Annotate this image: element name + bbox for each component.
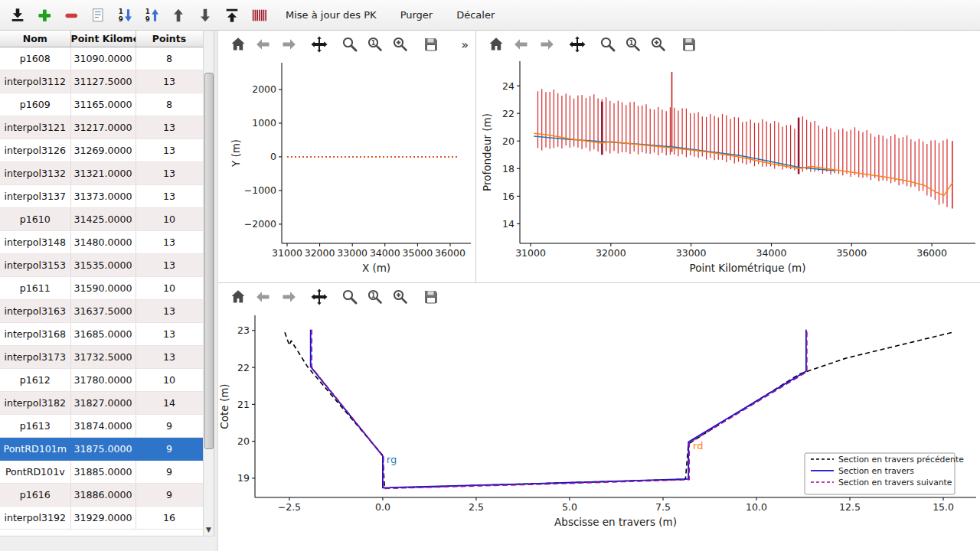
trace-plot-canvas[interactable]: 310003200033000340003500036000−2000−1000…	[218, 58, 476, 283]
forward-button[interactable]	[279, 35, 298, 54]
table-row[interactable]: interpol313731373.000013	[0, 185, 203, 208]
table-row[interactable]: PontRD101v31885.00009	[0, 461, 203, 484]
home-button[interactable]	[229, 288, 247, 306]
svg-text:Section en travers: Section en travers	[838, 466, 914, 476]
y-axis-label: Y (m)	[230, 139, 242, 168]
back-button[interactable]	[254, 288, 273, 306]
pan-button[interactable]	[568, 35, 586, 54]
zoom-button[interactable]	[341, 35, 359, 54]
table-row[interactable]: interpol312631269.000013	[0, 139, 203, 162]
svg-text:31000: 31000	[272, 247, 302, 259]
pan-button[interactable]	[310, 35, 328, 54]
zoom-one-button[interactable]: 1	[366, 35, 384, 54]
back-button[interactable]	[254, 35, 273, 54]
import-button[interactable]	[8, 5, 28, 25]
svg-text:32000: 32000	[596, 247, 626, 259]
profile-plot-canvas[interactable]: 3100032000330003400035000360001416182022…	[476, 58, 980, 283]
cell-pk: 31373.0000	[70, 185, 136, 208]
zoom-plus-button[interactable]	[391, 288, 410, 306]
zoom-button[interactable]	[341, 288, 359, 306]
cell-nom: p1611	[0, 277, 70, 300]
shift-button[interactable]: Décaler	[449, 6, 501, 24]
cell-points: 10	[136, 277, 203, 300]
save-button[interactable]	[422, 35, 440, 54]
table-row[interactable]: p161231780.000010	[0, 369, 203, 392]
cell-nom: interpol3137	[0, 185, 70, 208]
move-up-button[interactable]	[168, 5, 188, 25]
cell-pk: 31425.0000	[70, 208, 136, 231]
section-plot-canvas[interactable]: −2.50.02.55.07.510.012.515.01920212223Ab…	[218, 311, 980, 540]
zoom-plus-button[interactable]	[649, 35, 668, 54]
column-header-pk[interactable]: Point Kilométrique	[70, 31, 136, 47]
table-row[interactable]: interpol315331535.000013	[0, 254, 203, 277]
table-row[interactable]: interpol318231827.000014	[0, 392, 203, 415]
cell-pk: 31535.0000	[70, 254, 136, 277]
cell-pk: 31827.0000	[70, 392, 136, 415]
table-row[interactable]: p161031425.000010	[0, 208, 203, 231]
column-header-points[interactable]: Points	[136, 31, 203, 47]
purge-button[interactable]: Purger	[394, 6, 440, 24]
sort-descending-button[interactable]: 19	[115, 5, 135, 25]
cell-pk: 31780.0000	[70, 369, 136, 392]
update-pk-button[interactable]: Mise à jour des PK	[279, 6, 384, 24]
table-row[interactable]: p161631886.00009	[0, 484, 203, 507]
zoom-plus-button[interactable]	[391, 35, 410, 54]
export-button[interactable]	[222, 5, 242, 25]
svg-text:35000: 35000	[836, 247, 867, 259]
scrollbar-down-icon[interactable]: ▼	[204, 524, 214, 535]
forward-button[interactable]	[537, 35, 556, 54]
zoom-one-button[interactable]: 1	[366, 288, 384, 306]
table-row[interactable]: p161331874.00009	[0, 415, 203, 438]
zoom-one-icon: 1	[366, 35, 384, 54]
table-row[interactable]: p161131590.000010	[0, 277, 203, 300]
update-sections-button[interactable]	[249, 5, 269, 25]
sort-ascending-button[interactable]: 19	[142, 5, 162, 25]
cell-pk: 31090.0000	[70, 47, 136, 70]
pan-button[interactable]	[310, 288, 328, 306]
edit-button[interactable]	[88, 5, 108, 25]
zoom-plus-icon	[391, 288, 410, 306]
table-row[interactable]: p160831090.00008	[0, 47, 203, 70]
add-button[interactable]	[34, 5, 54, 25]
column-header-nom[interactable]: Nom	[0, 31, 70, 47]
home-button[interactable]	[487, 35, 505, 54]
cell-nom: p1616	[0, 484, 70, 507]
zoom-icon	[341, 35, 359, 54]
toolbar-overflow-chevron[interactable]: »	[461, 37, 469, 52]
table-row[interactable]: interpol316831685.000013	[0, 323, 203, 346]
table-scrollbar[interactable]: ▼	[203, 31, 214, 536]
zoom-button[interactable]	[599, 35, 617, 54]
svg-text:9: 9	[119, 15, 123, 23]
table-row[interactable]: interpol314831480.000013	[0, 231, 203, 254]
cell-points: 13	[136, 162, 203, 185]
cell-points: 14	[136, 392, 203, 415]
cell-pk: 31165.0000	[70, 93, 136, 116]
save-button[interactable]	[680, 35, 698, 54]
add-icon	[36, 7, 53, 24]
zoom-plus-icon	[391, 35, 410, 54]
table-row[interactable]: interpol312131217.000013	[0, 116, 203, 139]
forward-button[interactable]	[279, 288, 298, 306]
move-down-button[interactable]	[195, 5, 215, 25]
forward-icon	[279, 35, 298, 54]
remove-button[interactable]	[61, 5, 81, 25]
trace-plot-panel: 1» 310003200033000340003500036000−2000−1…	[218, 31, 476, 282]
table-row[interactable]: p160931165.00008	[0, 93, 203, 116]
x-axis-label: Point Kilométrique (m)	[690, 262, 806, 274]
save-button[interactable]	[422, 288, 440, 306]
svg-text:36000: 36000	[435, 247, 466, 259]
zoom-icon	[599, 35, 617, 54]
table-row[interactable]: interpol311231127.500013	[0, 70, 203, 93]
zoom-one-icon: 1	[624, 35, 642, 54]
scrollbar-thumb[interactable]	[204, 73, 214, 449]
cell-nom: interpol3182	[0, 392, 70, 415]
table-row[interactable]: PontRD101m31875.00009	[0, 438, 203, 461]
table-row[interactable]: interpol319231929.000016	[0, 507, 203, 530]
table-row[interactable]: interpol317331732.500013	[0, 346, 203, 369]
svg-text:1: 1	[371, 40, 376, 47]
table-row[interactable]: interpol313231321.000013	[0, 162, 203, 185]
home-button[interactable]	[229, 35, 247, 54]
table-row[interactable]: interpol316331637.500013	[0, 300, 203, 323]
zoom-one-button[interactable]: 1	[624, 35, 642, 54]
back-button[interactable]	[512, 35, 531, 54]
